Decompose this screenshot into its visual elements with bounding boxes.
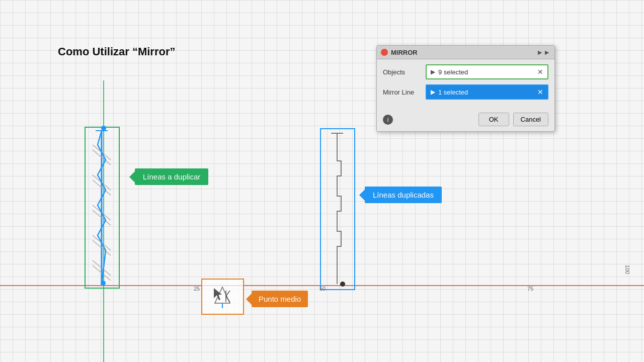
svg-line-17 xyxy=(226,291,230,296)
objects-label: Objects xyxy=(383,68,426,76)
dialog-close-icon xyxy=(381,49,388,56)
info-icon[interactable]: i xyxy=(383,115,393,125)
lineas-duplicar-label: Líneas a duplicar xyxy=(135,168,208,185)
right-shape-lines xyxy=(323,131,351,287)
lineas-duplicadas-label: Líneas duplicadas xyxy=(365,187,442,203)
midpoint-symbol xyxy=(209,283,236,311)
mirror-line-value: 1 selected xyxy=(438,88,537,96)
mirror-line-label: Mirror Line xyxy=(383,88,426,96)
cancel-button[interactable]: Cancel xyxy=(513,113,548,126)
objects-clear-button[interactable]: ✕ xyxy=(537,68,543,76)
lineas-duplicadas-text: Líneas duplicadas xyxy=(365,187,442,203)
left-shape-lines xyxy=(88,130,116,286)
cursor-icon-blue: ▶ xyxy=(431,88,435,96)
dialog-title-text: MIRROR xyxy=(391,49,418,56)
ruler-label-100: 100 xyxy=(624,265,630,274)
dialog-title: MIRROR xyxy=(381,49,418,56)
ruler-label-50: 50 xyxy=(319,286,326,292)
mirror-dialog: MIRROR ►► Objects ▶ 9 selected ✕ Mirror … xyxy=(376,45,555,132)
punto-medio-text: Punto medio xyxy=(252,291,308,307)
dialog-footer: i OK Cancel xyxy=(377,110,554,131)
bottom-point-dot xyxy=(101,281,106,286)
mirror-line-field[interactable]: ▶ 1 selected ✕ xyxy=(426,84,548,100)
objects-field[interactable]: ▶ 9 selected ✕ xyxy=(426,64,548,79)
punto-medio-label: Punto medio xyxy=(252,291,308,307)
top-point-dot xyxy=(101,126,106,131)
objects-value: 9 selected xyxy=(438,68,537,76)
objects-row: Objects ▶ 9 selected ✕ xyxy=(383,64,548,79)
midpoint-dot xyxy=(340,282,345,287)
mirror-line-row: Mirror Line ▶ 1 selected ✕ xyxy=(383,84,548,100)
dialog-buttons: OK Cancel xyxy=(478,113,548,126)
ruler-label-25: 25 xyxy=(194,286,200,292)
dialog-titlebar: MIRROR ►► xyxy=(377,46,554,59)
page-title: Como Utilizar “Mirror” xyxy=(58,45,175,58)
lineas-duplicar-text: Líneas a duplicar xyxy=(135,168,208,185)
cursor-icon: ▶ xyxy=(431,68,435,75)
svg-line-18 xyxy=(226,296,230,302)
dialog-body: Objects ▶ 9 selected ✕ Mirror Line ▶ 1 s… xyxy=(377,59,554,110)
midpoint-box xyxy=(201,279,244,315)
dialog-forward-icon: ►► xyxy=(536,48,550,56)
mirror-line-clear-button[interactable]: ✕ xyxy=(537,88,543,96)
ruler-label-75: 75 xyxy=(527,286,533,292)
ok-button[interactable]: OK xyxy=(478,113,509,126)
